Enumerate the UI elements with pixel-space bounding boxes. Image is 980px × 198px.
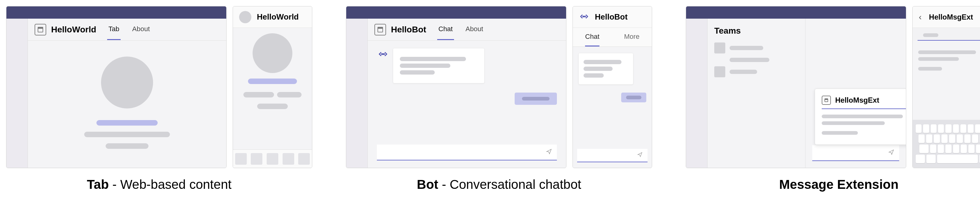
- nav-item[interactable]: [267, 153, 278, 165]
- placeholder-line: [822, 115, 903, 118]
- placeholder-avatar: [101, 57, 153, 108]
- placeholder-line: [918, 67, 942, 71]
- sidebar-title: Teams: [714, 26, 799, 36]
- bot-desktop-frame: HelloBot Chat About: [346, 6, 566, 168]
- bot-icon: [377, 48, 389, 60]
- compose-box[interactable]: [812, 145, 899, 161]
- chat-area: [368, 41, 566, 141]
- placeholder-line: [730, 70, 757, 74]
- bot-mobile-frame: HelloBot Chat More: [573, 6, 652, 168]
- msgext-mobile-frame: ‹ HelloMsgExt: [912, 6, 980, 168]
- mobile-title: HelloMsgExt: [929, 13, 973, 21]
- msgext-main: HelloMsgExt: [805, 19, 906, 168]
- app-icon: [374, 24, 386, 35]
- subchannel-item[interactable]: [714, 58, 799, 62]
- teams-sidebar: Teams: [708, 19, 805, 168]
- channel-item[interactable]: [714, 66, 799, 77]
- popup-title: HelloMsgExt: [835, 96, 879, 105]
- window-titlebar: [686, 6, 906, 19]
- placeholder-line: [730, 46, 763, 50]
- placeholder-line: [730, 58, 769, 62]
- svg-point-0: [382, 54, 383, 55]
- send-icon[interactable]: [637, 152, 643, 158]
- nav-item[interactable]: [251, 153, 262, 165]
- nav-item[interactable]: [235, 153, 247, 165]
- msgext-popup[interactable]: HelloMsgExt: [815, 89, 906, 145]
- mobile-header: ‹ HelloMsgExt: [913, 6, 980, 28]
- mobile-bottom-nav[interactable]: [233, 149, 312, 168]
- bot-message: [393, 48, 485, 83]
- placeholder-line: [96, 120, 158, 125]
- window-titlebar: [6, 6, 226, 19]
- caption-msgext: Message Extension: [779, 177, 899, 192]
- send-icon[interactable]: [546, 149, 552, 156]
- back-icon[interactable]: ‹: [919, 12, 921, 22]
- mobile-title: HelloBot: [595, 12, 628, 22]
- svg-point-1: [383, 54, 385, 55]
- placeholder-line: [257, 104, 288, 109]
- msgext-desktop-frame: Teams: [686, 6, 906, 168]
- left-rail: [346, 19, 368, 168]
- tab-chat[interactable]: Chat: [437, 19, 454, 40]
- caption-tab: Tab - Web-based content: [87, 177, 231, 192]
- placeholder-line: [923, 33, 939, 37]
- placeholder-line: [822, 121, 885, 125]
- mobile-title: HelloWorld: [257, 12, 299, 22]
- app-name: HelloWorld: [51, 25, 96, 35]
- placeholder-avatar: [253, 33, 293, 73]
- mobile-keyboard[interactable]: [913, 120, 980, 168]
- compose-box[interactable]: [377, 144, 557, 160]
- placeholder-line: [277, 92, 302, 97]
- section-bot: HelloBot Chat About: [346, 6, 652, 192]
- svg-point-2: [583, 16, 584, 17]
- placeholder-line: [106, 143, 148, 149]
- app-name: HelloBot: [391, 25, 426, 35]
- tab-mobile-frame: HelloWorld: [233, 6, 312, 168]
- mobile-tab-more[interactable]: More: [624, 28, 640, 46]
- user-reply: [621, 93, 646, 102]
- placeholder-line: [243, 92, 274, 97]
- app-header: HelloBot Chat About: [368, 19, 566, 41]
- left-rail: [686, 19, 708, 168]
- mobile-header: HelloBot: [573, 6, 652, 28]
- avatar-icon: [239, 11, 251, 23]
- tab-content: [28, 41, 226, 168]
- section-tab: HelloWorld Tab About: [6, 6, 312, 192]
- caption-bot: Bot - Conversational chatbot: [417, 177, 581, 192]
- placeholder-line: [918, 51, 976, 54]
- channel-icon: [714, 43, 725, 54]
- app-icon: [35, 24, 46, 35]
- bot-icon: [579, 11, 589, 23]
- mobile-tabs: Chat More: [573, 28, 652, 47]
- placeholder-line: [822, 131, 858, 135]
- svg-point-3: [584, 16, 585, 17]
- tab-primary[interactable]: Tab: [107, 19, 120, 40]
- app-icon: [822, 96, 831, 105]
- placeholder-line: [248, 79, 297, 84]
- tab-desktop-frame: HelloWorld Tab About: [6, 6, 227, 168]
- section-msgext: Teams: [686, 6, 980, 192]
- channel-item[interactable]: [714, 43, 799, 54]
- bot-message: [578, 53, 633, 85]
- window-titlebar: [346, 6, 566, 19]
- placeholder-line: [84, 132, 170, 137]
- channel-icon: [714, 66, 725, 77]
- placeholder-line: [918, 57, 959, 61]
- left-rail: [6, 19, 28, 168]
- mobile-header: HelloWorld: [233, 6, 312, 28]
- send-icon[interactable]: [888, 149, 894, 157]
- tab-about[interactable]: About: [131, 19, 151, 40]
- tab-about[interactable]: About: [465, 19, 485, 40]
- user-reply: [515, 93, 557, 105]
- nav-item[interactable]: [298, 153, 310, 165]
- nav-item[interactable]: [283, 153, 294, 165]
- app-header: HelloWorld Tab About: [28, 19, 226, 41]
- compose-box[interactable]: [577, 149, 648, 162]
- mobile-tab-chat[interactable]: Chat: [585, 28, 599, 46]
